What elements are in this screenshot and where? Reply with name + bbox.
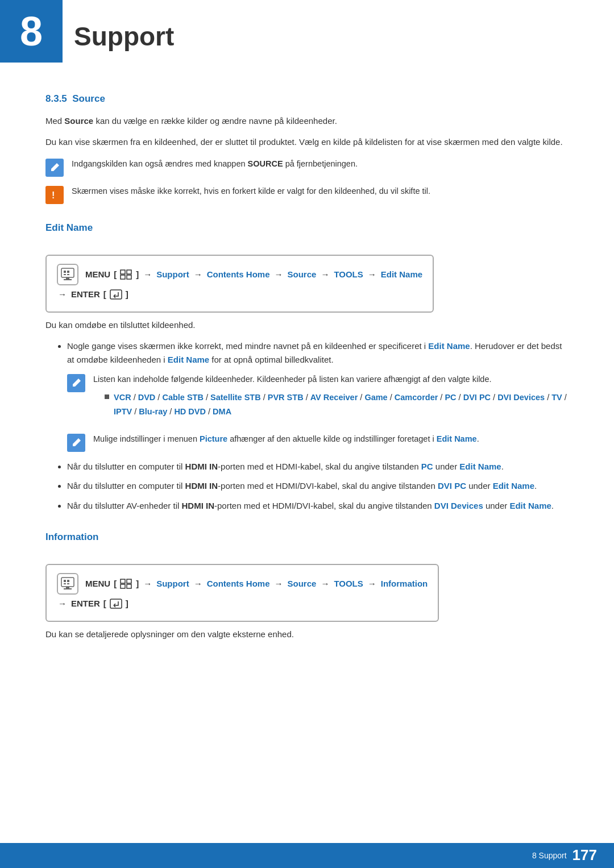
note-block-1: Indgangskilden kan også ændres med knapp… bbox=[45, 157, 569, 177]
warn-text-1: Skærmen vises måske ikke korrekt, hvis e… bbox=[72, 185, 569, 198]
pencil-icon-1 bbox=[45, 159, 64, 177]
info-para: Du kan se detaljerede oplysninger om den… bbox=[45, 628, 569, 642]
svg-rect-11 bbox=[127, 275, 131, 279]
bullet-list: Nogle gange vises skærmen ikke korrekt, … bbox=[51, 339, 569, 513]
section-heading: 8.3.5 Source bbox=[45, 91, 569, 106]
svg-rect-7 bbox=[67, 274, 69, 275]
svg-text:!: ! bbox=[52, 190, 55, 200]
nav-menu-label: MENU bbox=[85, 268, 110, 281]
pencil-icon-mulig bbox=[67, 434, 85, 452]
svg-rect-2 bbox=[66, 277, 69, 279]
main-content: 8.3.5 Source Med Source kan du vælge en … bbox=[45, 91, 569, 642]
header-bar: 8 bbox=[0, 0, 63, 63]
menu-icon bbox=[57, 264, 78, 285]
svg-rect-17 bbox=[67, 580, 69, 582]
sqlist-item: VCR / DVD / Cable STB / Satellite STB / … bbox=[105, 391, 569, 418]
mulig-note: Mulige indstillinger i menuen Picture af… bbox=[67, 433, 569, 452]
nav-menu-label-info: MENU bbox=[85, 577, 110, 591]
svg-rect-12 bbox=[110, 290, 122, 299]
bullet-item-4: Når du tilslutter AV-enheder til HDMI IN… bbox=[67, 499, 569, 513]
bullet-item-3: Når du tilslutter en computer til HDMI I… bbox=[67, 479, 569, 493]
edit-name-para: Du kan omdøbe en tilsluttet kildeenhed. bbox=[45, 318, 569, 333]
menu-nav-info-line1: MENU [ ] → Support → Contents Home → Sou… bbox=[57, 573, 428, 595]
svg-rect-14 bbox=[66, 587, 69, 588]
svg-rect-6 bbox=[64, 274, 66, 275]
grid-icon bbox=[120, 269, 132, 280]
svg-rect-10 bbox=[121, 275, 125, 279]
footer-bar: 8 Support 177 bbox=[0, 843, 614, 868]
enter-icon bbox=[110, 289, 122, 300]
square-list: VCR / DVD / Cable STB / Satellite STB / … bbox=[93, 391, 569, 418]
footer-page-number: 177 bbox=[572, 844, 597, 867]
svg-rect-24 bbox=[110, 599, 122, 608]
grid-icon-info bbox=[120, 579, 132, 589]
svg-rect-8 bbox=[121, 270, 125, 274]
section-number: 8.3.5 bbox=[45, 93, 67, 104]
svg-rect-4 bbox=[64, 271, 66, 273]
enter-icon-info bbox=[110, 599, 122, 609]
menu-nav-edit-line2: → ENTER [ ] bbox=[57, 288, 422, 301]
footer-chapter-label: 8 Support bbox=[532, 849, 567, 862]
bullet-item-1: Nogle gange vises skærmen ikke korrekt, … bbox=[67, 339, 569, 452]
section-title: Source bbox=[72, 93, 105, 104]
chapter-number: 8 bbox=[20, 11, 43, 52]
menu-nav-edit: MENU [ ] → Support → Contents Home → Sou… bbox=[45, 255, 434, 313]
svg-rect-23 bbox=[127, 584, 131, 588]
edit-name-heading: Edit Name bbox=[45, 220, 569, 235]
menu-nav-edit-line1: MENU [ ] → Support → Contents Home → Sou… bbox=[57, 264, 422, 285]
nested-note-1: Listen kan indeholde følgende kildeenhed… bbox=[67, 373, 569, 424]
information-heading: Information bbox=[45, 529, 569, 545]
svg-rect-20 bbox=[121, 579, 125, 583]
intro-para2: Du kan vise skærmen fra en kildeenhed, d… bbox=[45, 135, 569, 149]
svg-rect-3 bbox=[64, 279, 72, 280]
menu-nav-info-line2: → ENTER [ ] bbox=[57, 597, 428, 610]
svg-rect-18 bbox=[64, 583, 66, 584]
svg-rect-5 bbox=[67, 271, 69, 273]
nested-note-text-1: Listen kan indeholde følgende kildeenhed… bbox=[93, 373, 569, 424]
svg-rect-21 bbox=[127, 579, 131, 583]
menu-nav-info: MENU [ ] → Support → Contents Home → Sou… bbox=[45, 564, 439, 622]
pencil-icon-nested1 bbox=[67, 374, 85, 392]
svg-rect-19 bbox=[67, 583, 69, 584]
svg-rect-9 bbox=[127, 270, 131, 274]
chapter-title: Support bbox=[74, 16, 174, 58]
warn-block-1: ! Skærmen vises måske ikke korrekt, hvis… bbox=[45, 185, 569, 204]
mulig-note-text: Mulige indstillinger i menuen Picture af… bbox=[93, 433, 569, 446]
warning-icon-1: ! bbox=[45, 186, 64, 204]
svg-rect-16 bbox=[64, 580, 66, 582]
sq-bullet-icon bbox=[105, 394, 109, 399]
menu-icon-info bbox=[57, 573, 78, 595]
intro-para1: Med Source kan du vælge en række kilder … bbox=[45, 114, 569, 128]
svg-rect-22 bbox=[121, 584, 125, 588]
note-text-1: Indgangskilden kan også ændres med knapp… bbox=[72, 157, 569, 171]
svg-rect-15 bbox=[64, 588, 72, 589]
bullet-item-2: Når du tilslutter en computer til HDMI I… bbox=[67, 460, 569, 474]
